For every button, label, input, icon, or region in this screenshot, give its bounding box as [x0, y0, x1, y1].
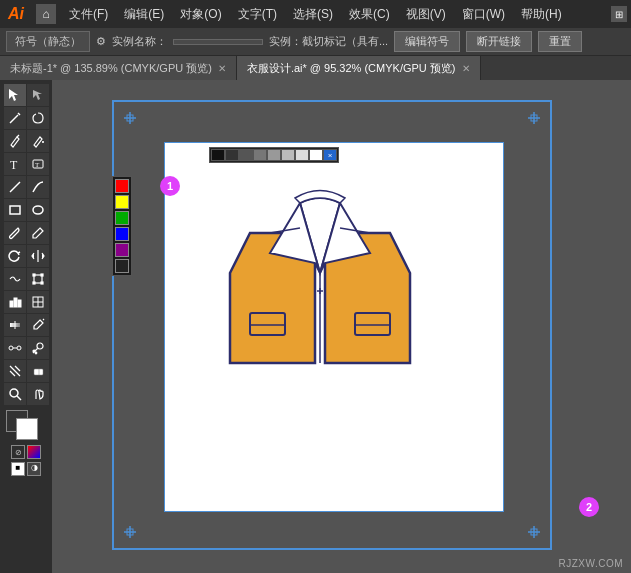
fill-mode-icon[interactable]: ■ — [11, 462, 25, 476]
artboard-white[interactable] — [164, 142, 504, 512]
edit-symbol-button[interactable]: 编辑符号 — [394, 31, 460, 52]
swatch-panel — [112, 176, 132, 276]
svg-rect-38 — [34, 369, 43, 375]
tool-paintbrush[interactable] — [4, 222, 26, 244]
tool-add-anchor[interactable] — [27, 130, 49, 152]
no-color-icon[interactable]: ⊘ — [11, 445, 25, 459]
menu-help[interactable]: 帮助(H) — [514, 4, 569, 25]
tool-symbol-sprayer[interactable] — [27, 337, 49, 359]
instance-label: 实例：截切标记（具有... — [269, 34, 388, 49]
main-area: T T — [0, 80, 631, 573]
tool-hand[interactable] — [27, 383, 49, 405]
tool-pen[interactable] — [4, 130, 26, 152]
instance-name-label: 实例名称： — [112, 34, 167, 49]
tool-zoom[interactable] — [4, 383, 26, 405]
tool-column-graph[interactable] — [4, 291, 26, 313]
menu-bar: Ai ⌂ 文件(F) 编辑(E) 对象(O) 文字(T) 选择(S) 效果(C)… — [0, 0, 631, 28]
annotation-2: 2 — [579, 497, 599, 517]
tool-eyedropper[interactable] — [27, 314, 49, 336]
annotation-1: 1 — [160, 176, 180, 196]
gradient-swatch[interactable] — [27, 445, 41, 459]
corner-handle-tl — [122, 110, 138, 126]
menu-select[interactable]: 选择(S) — [286, 4, 340, 25]
instance-name-input[interactable] — [173, 39, 263, 45]
menu-effect[interactable]: 效果(C) — [342, 4, 397, 25]
svg-rect-54 — [250, 313, 285, 335]
symbol-edit-icon[interactable]: ⚙ — [96, 35, 106, 48]
tool-blend[interactable] — [4, 337, 26, 359]
options-bar: 符号（静态） ⚙ 实例名称： 实例：截切标记（具有... 编辑符号 断开链接 重… — [0, 28, 631, 56]
svg-rect-18 — [41, 282, 43, 284]
artboard-outer-frame: × — [112, 100, 552, 550]
tool-mesh[interactable] — [27, 291, 49, 313]
svg-line-27 — [43, 319, 44, 320]
break-link-button[interactable]: 断开链接 — [466, 31, 532, 52]
swatch-black[interactable] — [115, 259, 129, 273]
workspace-icon[interactable]: ⊞ — [611, 6, 627, 22]
svg-point-40 — [10, 389, 18, 397]
tab-bar: 未标题-1* @ 135.89% (CMYK/GPU 预览) ✕ 衣服设计.ai… — [0, 56, 631, 80]
menu-text[interactable]: 文字(T) — [231, 4, 284, 25]
svg-point-12 — [33, 206, 43, 214]
swatch-green[interactable] — [115, 211, 129, 225]
fill-color[interactable] — [16, 418, 38, 440]
svg-line-2 — [10, 115, 18, 123]
swatch-purple[interactable] — [115, 243, 129, 257]
menu-view[interactable]: 视图(V) — [399, 4, 453, 25]
tool-reflect[interactable] — [27, 245, 49, 267]
svg-text:T: T — [35, 161, 40, 169]
tool-direct-select[interactable] — [27, 84, 49, 106]
home-button[interactable]: ⌂ — [36, 4, 56, 24]
corner-handle-tr — [526, 110, 542, 126]
artboard-container: × 1 2 — [112, 100, 552, 550]
tool-rectangle[interactable] — [4, 199, 26, 221]
svg-point-33 — [33, 350, 35, 352]
svg-point-29 — [17, 346, 21, 350]
behind-mode-icon[interactable]: ◑ — [27, 462, 41, 476]
menu-object[interactable]: 对象(O) — [173, 4, 228, 25]
swatch-blue[interactable] — [115, 227, 129, 241]
svg-rect-17 — [33, 282, 35, 284]
menu-window[interactable]: 窗口(W) — [455, 4, 512, 25]
reset-button[interactable]: 重置 — [538, 31, 582, 52]
tab-close-untitled[interactable]: ✕ — [218, 63, 226, 74]
svg-line-10 — [10, 182, 20, 192]
svg-rect-15 — [33, 274, 35, 276]
tool-area-type[interactable]: T — [27, 153, 49, 175]
app-logo: Ai — [4, 5, 28, 23]
symbol-type-label: 符号（静态） — [6, 31, 90, 52]
watermark: RJZXW.COM — [559, 558, 624, 569]
tool-ellipse[interactable] — [27, 199, 49, 221]
tab-close-clothing[interactable]: ✕ — [462, 63, 470, 74]
tool-slice[interactable] — [4, 360, 26, 382]
tool-rotate[interactable] — [4, 245, 26, 267]
svg-rect-21 — [18, 300, 21, 307]
svg-point-28 — [9, 346, 13, 350]
svg-text:T: T — [10, 158, 18, 171]
swatch-red[interactable] — [115, 179, 129, 193]
tool-select[interactable] — [4, 84, 26, 106]
tool-type[interactable]: T — [4, 153, 26, 175]
svg-marker-0 — [9, 89, 18, 101]
tool-free-transform[interactable] — [27, 268, 49, 290]
svg-rect-56 — [355, 313, 390, 335]
tab-clothing[interactable]: 衣服设计.ai* @ 95.32% (CMYK/GPU 预览) ✕ — [237, 56, 481, 80]
svg-line-35 — [10, 366, 20, 376]
tool-line[interactable] — [4, 176, 26, 198]
svg-point-31 — [37, 343, 43, 349]
menu-file[interactable]: 文件(F) — [62, 4, 115, 25]
tool-eraser[interactable] — [27, 360, 49, 382]
svg-rect-11 — [10, 206, 20, 214]
menu-edit[interactable]: 编辑(E) — [117, 4, 171, 25]
swatch-yellow[interactable] — [115, 195, 129, 209]
svg-line-37 — [15, 366, 20, 371]
tool-magic-wand[interactable] — [4, 107, 26, 129]
tool-gradient[interactable] — [4, 314, 26, 336]
tool-lasso[interactable] — [27, 107, 49, 129]
corner-handle-bl — [122, 524, 138, 540]
tool-arc[interactable] — [27, 176, 49, 198]
tab-untitled[interactable]: 未标题-1* @ 135.89% (CMYK/GPU 预览) ✕ — [0, 56, 237, 80]
tool-pencil[interactable] — [27, 222, 49, 244]
tool-warp[interactable] — [4, 268, 26, 290]
toolbar: T T — [0, 80, 52, 573]
